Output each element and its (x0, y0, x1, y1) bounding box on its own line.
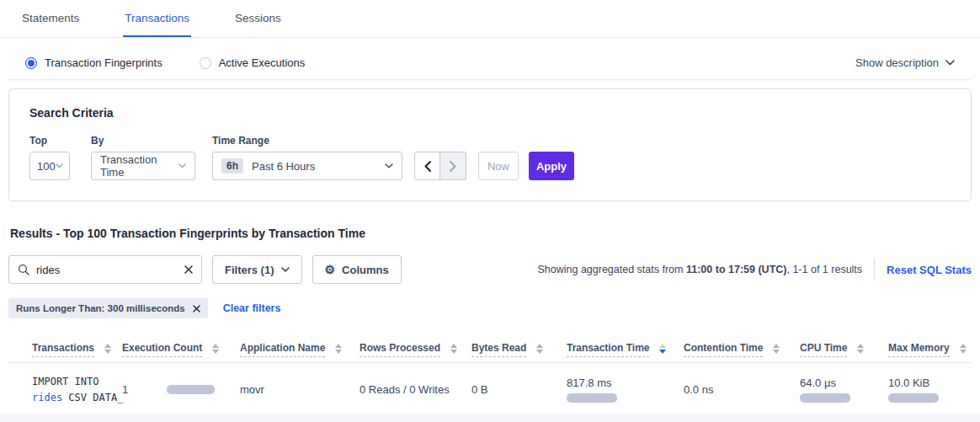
chevron-down-icon (178, 163, 186, 168)
chevron-down-icon (385, 163, 393, 168)
column-header-contention-time[interactable]: Contention Time (684, 332, 800, 363)
sort-icon[interactable] (104, 344, 111, 354)
execution-count-bar (167, 385, 215, 394)
gear-icon: ⚙ (325, 264, 336, 275)
cell-application-name: movr (240, 363, 360, 417)
tab-transactions[interactable]: Transactions (123, 0, 191, 37)
vertical-divider (874, 259, 875, 280)
table-row: IMPORT INTO rides CSV DATA_ 1 movr 0 Rea… (8, 363, 972, 417)
stats-time-range: 11:00 to 17:59 (UTC) (686, 264, 786, 275)
sort-icon[interactable] (335, 344, 342, 354)
search-icon (18, 264, 29, 275)
time-range-value: Past 6 Hours (252, 160, 315, 173)
sort-icon[interactable] (450, 344, 457, 354)
next-time-range-button[interactable] (440, 152, 466, 180)
by-select-value: Transaction Time (100, 153, 178, 179)
transaction-statement-link[interactable]: IMPORT INTO rides CSV DATA_ (32, 374, 115, 405)
chevron-right-icon (450, 161, 456, 172)
reset-sql-stats-link[interactable]: Reset SQL Stats (887, 264, 972, 276)
radio-unselected-icon (200, 57, 211, 69)
chevron-left-icon (424, 161, 431, 172)
stats-text: Showing aggregated stats from 11:00 to 1… (537, 264, 862, 275)
top-label: Top (29, 135, 70, 147)
column-header-rows-processed[interactable]: Rows Processed (360, 332, 471, 363)
show-description-label: Show description (855, 56, 939, 69)
top-field: Top 100 (29, 135, 70, 180)
by-select[interactable]: Transaction Time (91, 152, 195, 180)
column-header-execution-count[interactable]: Execution Count (122, 332, 240, 363)
cell-transaction-time: 817.8 ms (567, 363, 684, 417)
apply-button[interactable]: Apply (529, 152, 574, 180)
tab-sessions[interactable]: Sessions (233, 0, 283, 37)
cpu-time-bar (800, 393, 850, 403)
clear-filters-link[interactable]: Clear filters (223, 302, 281, 314)
table-header-row: Transactions Execution Count Application… (8, 332, 972, 363)
chevron-down-icon (56, 163, 63, 168)
transactions-page: Statements Transactions Sessions Transac… (0, 0, 980, 422)
column-header-application-name[interactable]: Application Name (240, 332, 360, 363)
radio-label: Transaction Fingerprints (45, 56, 162, 69)
column-header-transaction-time[interactable]: Transaction Time (567, 332, 684, 363)
aggregated-stats: Showing aggregated stats from 11:00 to 1… (537, 259, 972, 280)
column-header-transactions[interactable]: Transactions (8, 332, 122, 363)
column-header-cpu-time[interactable]: CPU Time (800, 332, 888, 363)
radio-transaction-fingerprints[interactable]: Transaction Fingerprints (25, 56, 162, 69)
filter-chip-label: Runs Longer Than: 300 milliseconds (16, 303, 185, 313)
chevron-down-icon (945, 60, 955, 66)
columns-button[interactable]: ⚙ Columns (312, 255, 402, 284)
columns-label: Columns (342, 264, 389, 276)
show-description-toggle[interactable]: Show description (855, 56, 955, 69)
cell-contention-time: 0.0 ns (684, 363, 800, 417)
top-tab-bar: Statements Transactions Sessions (0, 0, 980, 38)
top-select-value: 100 (37, 160, 56, 173)
remove-filter-icon[interactable] (193, 305, 200, 312)
top-select[interactable]: 100 (29, 152, 70, 180)
now-button[interactable]: Now (478, 152, 519, 180)
cell-cpu-time: 64.0 µs (800, 363, 888, 417)
sort-icon[interactable] (212, 344, 219, 354)
results-table: Transactions Execution Count Application… (8, 332, 972, 417)
cell-max-memory: 10.0 KiB (888, 363, 972, 417)
chevron-down-icon (281, 267, 290, 272)
radio-selected-icon (25, 57, 37, 69)
time-range-label: Time Range (212, 135, 402, 147)
clear-search-icon[interactable] (184, 265, 193, 274)
tab-statements[interactable]: Statements (20, 0, 81, 37)
results-toolbar: Filters (1) ⚙ Columns Showing aggregated… (8, 255, 972, 284)
time-range-arrows (414, 152, 466, 180)
filter-chip: Runs Longer Than: 300 milliseconds (8, 298, 208, 318)
sort-icon[interactable] (773, 344, 780, 354)
results-heading: Results - Top 100 Transaction Fingerprin… (10, 227, 970, 240)
by-field: By Transaction Time (91, 135, 195, 180)
max-memory-bar (888, 393, 939, 403)
search-match-highlight: rides (32, 392, 62, 403)
filters-button[interactable]: Filters (1) (212, 255, 302, 284)
search-criteria-title: Search Criteria (29, 106, 951, 120)
sort-icon[interactable] (857, 344, 864, 354)
transaction-time-bar (567, 393, 617, 403)
previous-time-range-button[interactable] (414, 152, 440, 180)
search-criteria-controls: Top 100 By Transaction Time (29, 135, 951, 180)
column-header-bytes-read[interactable]: Bytes Read (471, 332, 567, 363)
time-range-badge: 6h (221, 158, 243, 174)
time-range-field: Time Range 6h Past 6 Hours (212, 135, 402, 180)
active-filters-row: Runs Longer Than: 300 milliseconds Clear… (8, 298, 972, 318)
by-label: By (91, 135, 195, 147)
cell-bytes-read: 0 B (471, 363, 567, 417)
filters-label: Filters (1) (225, 264, 274, 276)
sort-icon[interactable] (536, 344, 543, 354)
cell-rows-processed: 0 Reads / 0 Writes (360, 363, 471, 417)
cell-execution-count: 1 (122, 363, 240, 417)
search-box (8, 255, 202, 284)
search-input[interactable] (36, 264, 178, 276)
time-range-select[interactable]: 6h Past 6 Hours (212, 152, 402, 180)
sort-desc-icon[interactable] (659, 344, 666, 354)
view-toggle-bar: Transaction Fingerprints Active Executio… (8, 46, 972, 80)
sort-icon[interactable] (960, 344, 967, 354)
cell-transaction-fingerprint[interactable]: IMPORT INTO rides CSV DATA_ (8, 363, 122, 417)
page-bottom-strip (0, 414, 980, 422)
radio-active-executions[interactable]: Active Executions (200, 56, 306, 69)
radio-label: Active Executions (219, 56, 306, 69)
column-header-max-memory[interactable]: Max Memory (888, 332, 972, 363)
search-criteria-card: Search Criteria Top 100 By Transaction T… (8, 88, 972, 201)
